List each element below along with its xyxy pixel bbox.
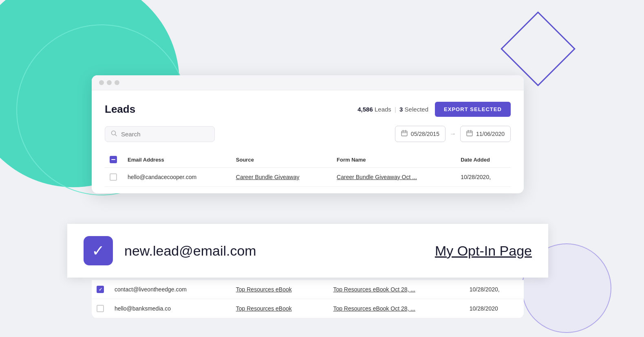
row-source-link[interactable]: Top Resources eBook (236, 305, 292, 312)
leads-table: Email Address Source Form Name Date Adde… (105, 152, 511, 187)
row-email: hello@candacecooper.com (123, 168, 231, 187)
end-date-field[interactable]: 11/06/2020 (460, 126, 511, 142)
row-checkbox-cell[interactable] (105, 168, 123, 187)
col-form-name: Form Name (332, 152, 456, 168)
checkbox-indeterminate[interactable] (110, 156, 117, 163)
row-source: Career Bundle Giveaway (231, 168, 332, 187)
svg-rect-6 (467, 131, 472, 136)
row-email: contact@liveontheedge.com (110, 280, 231, 299)
window-content: Leads 4,586 Leads | 3 Selected EXPORT SE… (92, 90, 524, 193)
row-form-link[interactable]: Top Resources eBook Oct 28, ... (333, 286, 415, 293)
date-arrow-icon: → (450, 130, 456, 138)
select-all-header[interactable] (105, 152, 123, 168)
row-checkbox-cell[interactable] (92, 280, 110, 299)
row-date: 10/28/2020, (465, 280, 524, 299)
row-source: Top Resources eBook (231, 299, 329, 318)
col-source: Source (231, 152, 332, 168)
row-form-link[interactable]: Top Resources eBook Oct 28, ... (333, 305, 415, 312)
start-date-field[interactable]: 05/28/2015 (395, 126, 446, 142)
row-date: 10/28/2020 (465, 299, 524, 318)
header-row: Leads 4,586 Leads | 3 Selected EXPORT SE… (105, 102, 511, 117)
table-row: contact@liveontheedge.com Top Resources … (92, 280, 524, 299)
svg-line-1 (115, 134, 117, 136)
row-checkbox[interactable] (110, 173, 117, 181)
highlight-email: new.lead@email.com (124, 243, 423, 259)
start-date-value: 05/28/2015 (411, 131, 439, 137)
main-window: Leads 4,586 Leads | 3 Selected EXPORT SE… (92, 75, 524, 193)
row-form-name: Top Resources eBook Oct 28, ... (328, 299, 464, 318)
export-selected-button[interactable]: EXPORT SELECTED (435, 102, 511, 117)
calendar-end-icon (466, 130, 473, 138)
row-checkbox-checked[interactable] (97, 286, 104, 293)
search-icon (111, 130, 117, 138)
table-row: hello@candacecooper.com Career Bundle Gi… (105, 168, 511, 187)
big-checkbox[interactable]: ✓ (84, 236, 113, 265)
row-email: hello@banksmedia.co (110, 299, 231, 318)
row-checkbox-cell[interactable] (92, 299, 110, 318)
row-source: Top Resources eBook (231, 280, 329, 299)
titlebar-dot-1 (99, 80, 104, 85)
row-checkbox[interactable] (97, 305, 104, 312)
row-source-link[interactable]: Top Resources eBook (236, 286, 292, 293)
col-date-added: Date Added (456, 152, 511, 168)
titlebar (92, 75, 524, 90)
leads-count-number: 4,586 (357, 106, 373, 113)
leads-count: 4,586 Leads | 3 Selected (357, 106, 428, 113)
calendar-start-icon (401, 130, 408, 138)
search-box (105, 126, 215, 142)
titlebar-dot-3 (115, 80, 119, 85)
row-date: 10/28/2020, (456, 168, 511, 187)
row-source-link[interactable]: Career Bundle Giveaway (236, 174, 300, 180)
highlight-opt-in-link[interactable]: My Opt-In Page (435, 243, 532, 259)
big-checkmark-icon: ✓ (92, 243, 105, 258)
end-date-value: 11/06/2020 (476, 131, 505, 137)
row-form-name: Top Resources eBook Oct 28, ... (328, 280, 464, 299)
filter-row: 05/28/2015 → 11/06/2020 (105, 126, 511, 142)
row-form-link[interactable]: Career Bundle Giveaway Oct ... (337, 174, 417, 180)
selected-count: 3 (399, 106, 403, 113)
page-title: Leads (105, 103, 135, 116)
row-form-name: Career Bundle Giveaway Oct ... (332, 168, 456, 187)
search-input[interactable] (121, 131, 209, 138)
date-filter: 05/28/2015 → 11/06/2020 (395, 126, 511, 142)
highlight-card: ✓ new.lead@email.com My Opt-In Page (67, 224, 548, 278)
header-right: 4,586 Leads | 3 Selected EXPORT SELECTED (357, 102, 511, 117)
bottom-rows: contact@liveontheedge.com Top Resources … (92, 280, 524, 318)
svg-rect-2 (401, 131, 407, 136)
titlebar-dot-2 (107, 80, 112, 85)
table-row: hello@banksmedia.co Top Resources eBook … (92, 299, 524, 318)
col-email: Email Address (123, 152, 231, 168)
